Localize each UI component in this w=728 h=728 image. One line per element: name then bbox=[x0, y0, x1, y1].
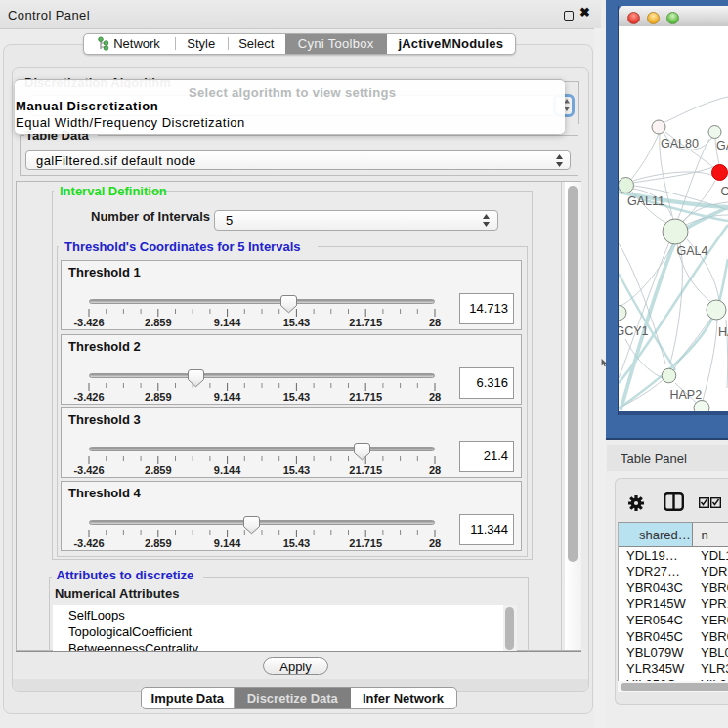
svg-text:CR: CR bbox=[721, 185, 728, 198]
svg-text:GAL11: GAL11 bbox=[627, 194, 664, 208]
svg-text:GA: GA bbox=[716, 139, 728, 152]
svg-text:HAP2: HAP2 bbox=[670, 388, 703, 402]
svg-text:HA: HA bbox=[718, 325, 728, 339]
svg-text:GCY1: GCY1 bbox=[619, 324, 649, 338]
svg-text:GAL4: GAL4 bbox=[677, 244, 708, 258]
svg-text:GAL80: GAL80 bbox=[661, 137, 699, 150]
